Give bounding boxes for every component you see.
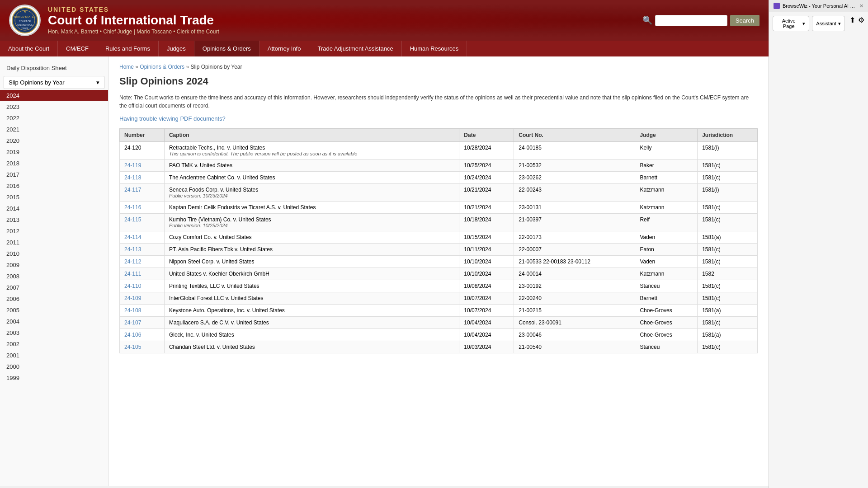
opinion-number-link[interactable]: 24-115 <box>124 216 141 223</box>
sidebar-year-item[interactable]: 2023 <box>0 101 108 113</box>
cell-date: 10/21/2024 <box>459 202 514 214</box>
cell-judge: Barnett <box>635 172 698 184</box>
sidebar-year-item[interactable]: 2006 <box>0 293 108 305</box>
cell-caption: Retractable Techs., Inc. v. United State… <box>164 142 459 160</box>
cell-date: 10/11/2024 <box>459 244 514 256</box>
sidebar-year-item[interactable]: 2001 <box>0 350 108 361</box>
opinion-number-link[interactable]: 24-117 <box>124 187 141 193</box>
site-logo: UNITED STATES COURT OF INTERNATIONAL TRA… <box>9 5 41 36</box>
sidebar-year-item[interactable]: 2003 <box>0 327 108 338</box>
sidebar-year-item[interactable]: 2005 <box>0 305 108 316</box>
sidebar-year-item[interactable]: 2009 <box>0 259 108 271</box>
cell-caption: Kaptan Demir Celik Endustris ve Ticaret … <box>164 202 459 214</box>
upload-icon[interactable]: ⬆ <box>849 16 855 31</box>
sidebar-year-item[interactable]: 2022 <box>0 113 108 124</box>
nav-opinions[interactable]: Opinions & Orders <box>194 41 259 56</box>
caption-text: Nippon Steel Corp. v. United States <box>169 258 255 265</box>
cell-caption: Seneca Foods Corp. v. United StatesPubli… <box>164 184 459 202</box>
search-icon-button[interactable]: 🔍 <box>642 15 652 25</box>
sidebar-year-item[interactable]: 2004 <box>0 316 108 327</box>
opinion-number-link[interactable]: 24-108 <box>124 307 141 314</box>
cell-date: 10/25/2024 <box>459 160 514 172</box>
cell-jurisdiction: 1581(c) <box>698 317 758 329</box>
cell-jurisdiction: 1581(c) <box>698 292 758 305</box>
table-row: 24-113PT. Asia Pacific Fibers Tbk v. Uni… <box>120 244 758 256</box>
cell-court-no: 23-00046 <box>514 329 635 341</box>
cell-jurisdiction: 1581(i) <box>698 142 758 160</box>
cell-court-no: 21-00540 <box>514 341 635 353</box>
sidebar-year-item[interactable]: 2020 <box>0 135 108 146</box>
opinion-number-link[interactable]: 24-113 <box>124 246 141 253</box>
opinion-number-link[interactable]: 24-116 <box>124 204 141 211</box>
opinion-number-link[interactable]: 24-105 <box>124 344 141 350</box>
table-body: 24-120Retractable Techs., Inc. v. United… <box>120 142 758 353</box>
cell-date: 10/15/2024 <box>459 231 514 244</box>
cell-judge: Kelly <box>635 142 698 160</box>
cell-judge: Katzmann <box>635 268 698 280</box>
cell-date: 10/08/2024 <box>459 280 514 292</box>
nav-about[interactable]: About the Court <box>0 41 58 56</box>
caption-text: Kumho Tire (Vietnam) Co. v. United State… <box>169 216 271 223</box>
opinion-number-link[interactable]: 24-112 <box>124 258 141 265</box>
opinions-table: NumberCaptionDateCourt No.JudgeJurisdict… <box>119 128 758 353</box>
opinion-number-link[interactable]: 24-114 <box>124 234 141 240</box>
sidebar-year-item[interactable]: 2019 <box>0 146 108 158</box>
assistant-button[interactable]: Assistant ▾ <box>812 16 845 31</box>
nav-rules[interactable]: Rules and Forms <box>97 41 159 56</box>
sidebar-year-item[interactable]: 2013 <box>0 214 108 225</box>
sidebar-year-item[interactable]: 2008 <box>0 271 108 282</box>
nav-cmecf[interactable]: CM/ECF <box>58 41 97 56</box>
nav-hr[interactable]: Human Resources <box>402 41 467 56</box>
sidebar-year-item[interactable]: 2018 <box>0 158 108 169</box>
caption-note: Public version: 10/25/2024 <box>169 223 454 228</box>
svg-text:TRADE: TRADE <box>21 28 28 30</box>
cell-judge: Stanceu <box>635 280 698 292</box>
sidebar-year-item[interactable]: 2010 <box>0 248 108 259</box>
opinion-number-link[interactable]: 24-109 <box>124 295 141 301</box>
pdf-link: Having trouble viewing PDF documents? <box>119 115 758 122</box>
search-input[interactable] <box>655 15 727 26</box>
opinion-number-link[interactable]: 24-107 <box>124 319 141 326</box>
pdf-help-link[interactable]: Having trouble viewing PDF documents? <box>119 115 226 122</box>
sidebar-year-item[interactable]: 2024 <box>0 90 108 101</box>
sidebar-disposition-link[interactable]: Daily Disposition Sheet <box>0 61 108 75</box>
opinion-number-link[interactable]: 24-110 <box>124 283 141 289</box>
sidebar-year-item[interactable]: 2002 <box>0 338 108 350</box>
nav-attorney[interactable]: Attorney Info <box>259 41 310 56</box>
search-button[interactable]: Search <box>730 15 760 26</box>
sidebar-year-item[interactable]: 2000 <box>0 361 108 372</box>
cell-number: 24-105 <box>120 341 165 353</box>
table-column-header: Judge <box>635 129 698 142</box>
sidebar-year-item[interactable]: 2011 <box>0 237 108 248</box>
cell-caption: Chandan Steel Ltd. v. United States <box>164 341 459 353</box>
cell-date: 10/28/2024 <box>459 142 514 160</box>
breadcrumb-home[interactable]: Home <box>119 64 134 70</box>
table-row: 24-106Glock, Inc. v. United States10/04/… <box>120 329 758 341</box>
table-row: 24-115Kumho Tire (Vietnam) Co. v. United… <box>120 214 758 231</box>
sidebar-year-item[interactable]: 2012 <box>0 225 108 237</box>
breadcrumb-opinions[interactable]: Opinions & Orders <box>140 64 184 70</box>
page-heading: Slip Opinions 2024 <box>119 75 758 87</box>
chevron-down-icon: ▾ <box>96 79 99 86</box>
opinion-number-link[interactable]: 24-106 <box>124 332 141 338</box>
sidebar-dropdown[interactable]: Slip Opinions by Year ▾ <box>4 76 104 89</box>
sidebar-year-item[interactable]: 2014 <box>0 203 108 214</box>
sidebar-year-item[interactable]: 2016 <box>0 180 108 192</box>
sidebar-year-item[interactable]: 2017 <box>0 169 108 180</box>
opinion-number-link[interactable]: 24-118 <box>124 174 141 181</box>
cell-court-no: 21-00397 <box>514 214 635 231</box>
gear-icon[interactable]: ⚙ <box>858 16 864 31</box>
cell-date: 10/04/2024 <box>459 317 514 329</box>
sidebar-year-item[interactable]: 1999 <box>0 372 108 384</box>
opinion-number-link[interactable]: 24-119 <box>124 162 141 169</box>
active-page-button[interactable]: Active Page ▾ <box>773 16 809 31</box>
site-title-top: UNITED STATES <box>48 6 635 13</box>
cell-jurisdiction: 1581(c) <box>698 160 758 172</box>
sidebar-year-item[interactable]: 2021 <box>0 124 108 135</box>
close-tab-button[interactable]: ✕ <box>859 3 863 9</box>
nav-judges[interactable]: Judges <box>159 41 194 56</box>
sidebar-year-item[interactable]: 2015 <box>0 192 108 203</box>
nav-trade[interactable]: Trade Adjustment Assistance <box>309 41 401 56</box>
sidebar-year-item[interactable]: 2007 <box>0 282 108 293</box>
opinion-number-link[interactable]: 24-111 <box>124 271 141 277</box>
